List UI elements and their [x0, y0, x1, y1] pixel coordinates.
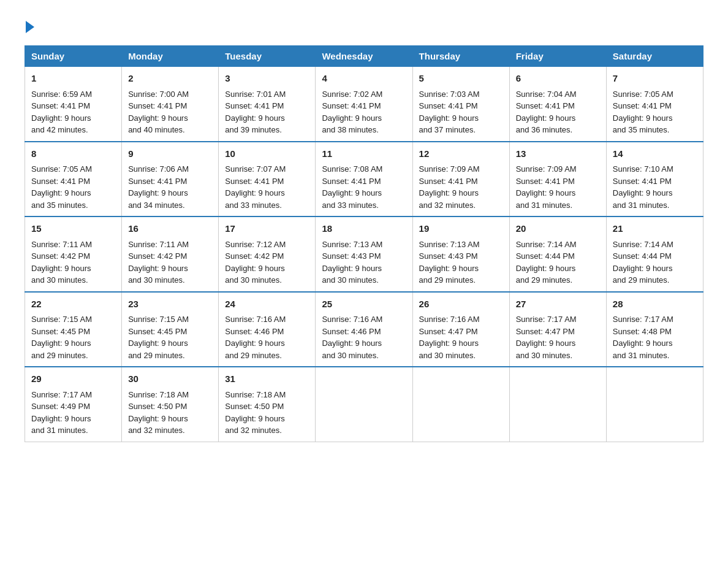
- day-info: Sunrise: 7:14 AMSunset: 4:44 PMDaylight:…: [613, 239, 697, 286]
- day-number: 19: [419, 222, 503, 236]
- day-info: Sunrise: 6:59 AMSunset: 4:41 PMDaylight:…: [31, 88, 115, 136]
- header-monday: Monday: [122, 46, 219, 67]
- day-number: 25: [322, 297, 406, 312]
- day-info: Sunrise: 7:02 AMSunset: 4:41 PMDaylight:…: [322, 88, 406, 136]
- day-number: 12: [419, 147, 503, 161]
- day-number: 21: [613, 222, 697, 236]
- day-number: 8: [31, 147, 115, 161]
- calendar-cell: 13Sunrise: 7:09 AMSunset: 4:41 PMDayligh…: [509, 142, 606, 217]
- day-info: Sunrise: 7:15 AMSunset: 4:45 PMDaylight:…: [128, 313, 212, 361]
- calendar-week-row: 29Sunrise: 7:17 AMSunset: 4:49 PMDayligh…: [25, 367, 703, 442]
- day-info: Sunrise: 7:10 AMSunset: 4:41 PMDaylight:…: [613, 163, 697, 211]
- calendar-cell: [509, 367, 606, 442]
- day-info: Sunrise: 7:17 AMSunset: 4:49 PMDaylight:…: [31, 389, 115, 437]
- day-info: Sunrise: 7:06 AMSunset: 4:41 PMDaylight:…: [128, 163, 212, 211]
- day-info: Sunrise: 7:15 AMSunset: 4:45 PMDaylight:…: [31, 313, 115, 361]
- logo: [25, 18, 34, 33]
- calendar-cell: 9Sunrise: 7:06 AMSunset: 4:41 PMDaylight…: [122, 142, 219, 217]
- day-info: Sunrise: 7:07 AMSunset: 4:41 PMDaylight:…: [225, 163, 309, 211]
- day-info: Sunrise: 7:11 AMSunset: 4:42 PMDaylight:…: [128, 239, 212, 286]
- calendar-cell: 26Sunrise: 7:16 AMSunset: 4:47 PMDayligh…: [412, 292, 509, 367]
- calendar-cell: 6Sunrise: 7:04 AMSunset: 4:41 PMDaylight…: [509, 67, 606, 142]
- day-info: Sunrise: 7:05 AMSunset: 4:41 PMDaylight:…: [613, 88, 697, 136]
- day-info: Sunrise: 7:11 AMSunset: 4:42 PMDaylight:…: [31, 239, 115, 286]
- calendar-week-row: 1Sunrise: 6:59 AMSunset: 4:41 PMDaylight…: [25, 67, 703, 142]
- day-number: 26: [419, 297, 503, 312]
- day-number: 27: [516, 297, 600, 312]
- day-info: Sunrise: 7:05 AMSunset: 4:41 PMDaylight:…: [31, 163, 115, 211]
- calendar-cell: 15Sunrise: 7:11 AMSunset: 4:42 PMDayligh…: [25, 216, 122, 292]
- day-info: Sunrise: 7:09 AMSunset: 4:41 PMDaylight:…: [516, 163, 600, 211]
- day-info: Sunrise: 7:13 AMSunset: 4:43 PMDaylight:…: [419, 239, 503, 286]
- day-number: 18: [322, 222, 406, 236]
- calendar-cell: 29Sunrise: 7:17 AMSunset: 4:49 PMDayligh…: [25, 367, 122, 442]
- day-number: 23: [128, 297, 212, 312]
- day-info: Sunrise: 7:13 AMSunset: 4:43 PMDaylight:…: [322, 239, 406, 286]
- day-info: Sunrise: 7:18 AMSunset: 4:50 PMDaylight:…: [225, 389, 309, 437]
- day-number: 31: [225, 372, 309, 386]
- day-number: 15: [31, 222, 115, 236]
- day-number: 13: [516, 147, 600, 161]
- calendar-week-row: 22Sunrise: 7:15 AMSunset: 4:45 PMDayligh…: [25, 292, 703, 367]
- day-number: 29: [31, 372, 115, 386]
- calendar-cell: 24Sunrise: 7:16 AMSunset: 4:46 PMDayligh…: [219, 292, 316, 367]
- day-info: Sunrise: 7:16 AMSunset: 4:46 PMDaylight:…: [225, 313, 309, 361]
- day-number: 5: [419, 72, 503, 86]
- calendar-cell: 20Sunrise: 7:14 AMSunset: 4:44 PMDayligh…: [509, 216, 606, 292]
- day-number: 9: [128, 147, 212, 161]
- day-number: 1: [31, 72, 115, 86]
- day-info: Sunrise: 7:08 AMSunset: 4:41 PMDaylight:…: [322, 163, 406, 211]
- header-sunday: Sunday: [25, 46, 122, 67]
- day-number: 14: [613, 147, 697, 161]
- calendar-week-row: 8Sunrise: 7:05 AMSunset: 4:41 PMDaylight…: [25, 142, 703, 217]
- day-number: 4: [322, 72, 406, 86]
- calendar-cell: 4Sunrise: 7:02 AMSunset: 4:41 PMDaylight…: [316, 67, 412, 142]
- day-info: Sunrise: 7:04 AMSunset: 4:41 PMDaylight:…: [516, 88, 600, 136]
- calendar-cell: 1Sunrise: 6:59 AMSunset: 4:41 PMDaylight…: [25, 67, 122, 142]
- day-info: Sunrise: 7:01 AMSunset: 4:41 PMDaylight:…: [225, 88, 309, 136]
- calendar-cell: 30Sunrise: 7:18 AMSunset: 4:50 PMDayligh…: [122, 367, 219, 442]
- calendar-cell: 11Sunrise: 7:08 AMSunset: 4:41 PMDayligh…: [316, 142, 412, 217]
- calendar-cell: [606, 367, 703, 442]
- header-tuesday: Tuesday: [219, 46, 316, 67]
- calendar-cell: 16Sunrise: 7:11 AMSunset: 4:42 PMDayligh…: [122, 216, 219, 292]
- day-info: Sunrise: 7:00 AMSunset: 4:41 PMDaylight:…: [128, 88, 212, 136]
- calendar-cell: 18Sunrise: 7:13 AMSunset: 4:43 PMDayligh…: [316, 216, 412, 292]
- day-number: 10: [225, 147, 309, 161]
- calendar-cell: 5Sunrise: 7:03 AMSunset: 4:41 PMDaylight…: [412, 67, 509, 142]
- day-info: Sunrise: 7:12 AMSunset: 4:42 PMDaylight:…: [225, 239, 309, 286]
- calendar-cell: 2Sunrise: 7:00 AMSunset: 4:41 PMDaylight…: [122, 67, 219, 142]
- day-number: 7: [613, 72, 697, 86]
- day-info: Sunrise: 7:17 AMSunset: 4:48 PMDaylight:…: [613, 313, 697, 361]
- header-thursday: Thursday: [412, 46, 509, 67]
- day-number: 28: [613, 297, 697, 312]
- calendar-cell: 3Sunrise: 7:01 AMSunset: 4:41 PMDaylight…: [219, 67, 316, 142]
- calendar-cell: 17Sunrise: 7:12 AMSunset: 4:42 PMDayligh…: [219, 216, 316, 292]
- calendar-cell: 28Sunrise: 7:17 AMSunset: 4:48 PMDayligh…: [606, 292, 703, 367]
- calendar-header-row: SundayMondayTuesdayWednesdayThursdayFrid…: [25, 46, 703, 67]
- day-info: Sunrise: 7:16 AMSunset: 4:47 PMDaylight:…: [419, 313, 503, 361]
- day-info: Sunrise: 7:09 AMSunset: 4:41 PMDaylight:…: [419, 163, 503, 211]
- header-saturday: Saturday: [606, 46, 703, 67]
- calendar-week-row: 15Sunrise: 7:11 AMSunset: 4:42 PMDayligh…: [25, 216, 703, 292]
- day-info: Sunrise: 7:18 AMSunset: 4:50 PMDaylight:…: [128, 389, 212, 437]
- calendar-cell: [316, 367, 412, 442]
- calendar-cell: 25Sunrise: 7:16 AMSunset: 4:46 PMDayligh…: [316, 292, 412, 367]
- day-number: 22: [31, 297, 115, 312]
- day-number: 6: [516, 72, 600, 86]
- day-number: 17: [225, 222, 309, 236]
- calendar-cell: 19Sunrise: 7:13 AMSunset: 4:43 PMDayligh…: [412, 216, 509, 292]
- header: [25, 18, 703, 33]
- day-number: 11: [322, 147, 406, 161]
- day-number: 30: [128, 372, 212, 386]
- calendar-table: SundayMondayTuesdayWednesdayThursdayFrid…: [25, 45, 703, 442]
- calendar-cell: 8Sunrise: 7:05 AMSunset: 4:41 PMDaylight…: [25, 142, 122, 217]
- day-info: Sunrise: 7:14 AMSunset: 4:44 PMDaylight:…: [516, 239, 600, 286]
- calendar-cell: 7Sunrise: 7:05 AMSunset: 4:41 PMDaylight…: [606, 67, 703, 142]
- logo-arrow-icon: [26, 21, 34, 33]
- calendar-cell: 27Sunrise: 7:17 AMSunset: 4:47 PMDayligh…: [509, 292, 606, 367]
- header-friday: Friday: [509, 46, 606, 67]
- calendar-cell: [412, 367, 509, 442]
- calendar-cell: 23Sunrise: 7:15 AMSunset: 4:45 PMDayligh…: [122, 292, 219, 367]
- day-info: Sunrise: 7:03 AMSunset: 4:41 PMDaylight:…: [419, 88, 503, 136]
